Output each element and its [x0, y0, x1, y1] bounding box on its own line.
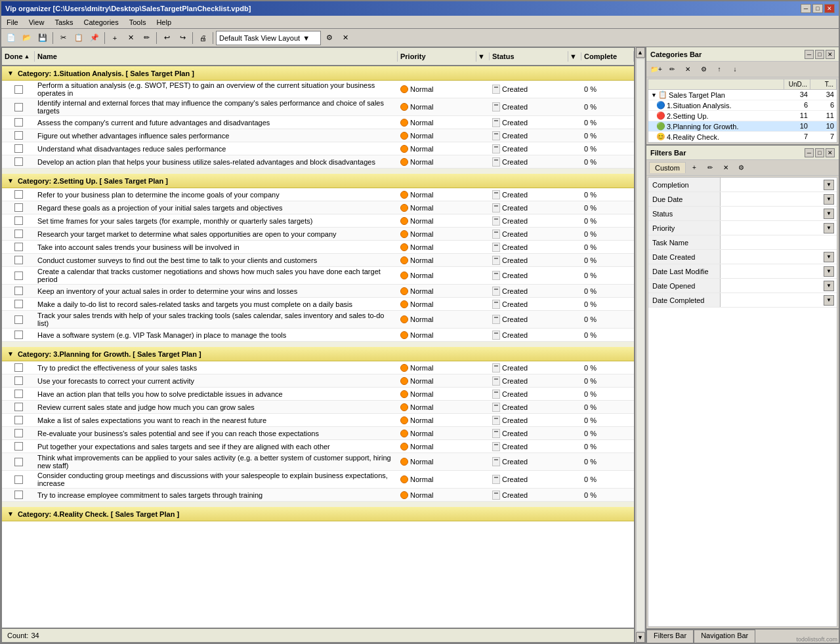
task-done[interactable]	[2, 190, 35, 199]
filter-priority-dropdown[interactable]: ▼	[824, 223, 834, 233]
task-done[interactable]	[2, 428, 35, 438]
task-checkbox[interactable]	[14, 230, 23, 238]
task-checkbox[interactable]	[14, 315, 23, 324]
menu-tools[interactable]: Tools	[127, 18, 149, 27]
task-checkbox[interactable]	[14, 85, 23, 94]
section-2-expand[interactable]: ▼	[7, 177, 14, 184]
task-checkbox[interactable]	[14, 157, 23, 166]
task-checkbox[interactable]	[14, 103, 23, 111]
task-done[interactable]	[2, 441, 35, 451]
task-checkbox[interactable]	[14, 363, 23, 372]
filter-completion-dropdown[interactable]: ▼	[824, 180, 834, 190]
filter-tab-custom[interactable]: Custom	[649, 162, 686, 173]
cat-delete[interactable]: ✕	[681, 62, 695, 77]
task-checkbox[interactable]	[14, 272, 23, 280]
close-button[interactable]: ✕	[824, 4, 835, 13]
toolbar-layout-dropdown[interactable]: Default Task View Layout ▼	[216, 31, 321, 45]
cat-up[interactable]: ↑	[712, 62, 726, 77]
task-checkbox[interactable]	[14, 475, 23, 484]
task-done[interactable]	[2, 363, 35, 372]
task-done[interactable]	[2, 490, 35, 500]
toolbar-add-task[interactable]: +	[108, 31, 122, 45]
task-checkbox[interactable]	[14, 216, 23, 225]
toolbar-open[interactable]: 📂	[20, 31, 34, 45]
task-checkbox[interactable]	[14, 256, 23, 264]
task-checkbox[interactable]	[14, 458, 23, 466]
filters-float[interactable]: □	[815, 148, 824, 157]
maximize-button[interactable]: □	[812, 4, 823, 13]
task-done[interactable]	[2, 157, 35, 167]
toolbar-paste[interactable]: 📌	[87, 31, 102, 45]
cat-down[interactable]: ↓	[728, 62, 742, 77]
filter-value-taskname[interactable]	[721, 241, 837, 244]
menu-categories[interactable]: Categories	[81, 18, 121, 27]
task-checkbox[interactable]	[14, 390, 23, 398]
toolbar-redo[interactable]: ↪	[175, 31, 190, 45]
task-checkbox[interactable]	[14, 144, 23, 153]
task-checkbox[interactable]	[14, 118, 23, 127]
toolbar-edit[interactable]: ✏	[139, 31, 154, 45]
toolbar-layout-close[interactable]: ✕	[338, 31, 352, 45]
task-done[interactable]	[2, 242, 35, 252]
filter-datecreated-dropdown[interactable]: ▼	[824, 252, 834, 262]
menu-help[interactable]: Help	[154, 18, 174, 27]
task-checkbox[interactable]	[14, 287, 23, 295]
minimize-button[interactable]: ─	[801, 4, 811, 13]
task-checkbox[interactable]	[14, 131, 23, 140]
section-3-expand[interactable]: ▼	[7, 350, 14, 357]
scroll-down-btn[interactable]: ▼	[636, 632, 645, 643]
cat-bar-close[interactable]: ✕	[826, 50, 835, 59]
section-4-expand[interactable]: ▼	[7, 510, 14, 517]
task-checkbox[interactable]	[14, 442, 23, 451]
task-checkbox[interactable]	[14, 376, 23, 385]
task-checkbox[interactable]	[14, 203, 23, 212]
task-done[interactable]	[2, 131, 35, 140]
tab-navigation-bar[interactable]: Navigation Bar	[694, 630, 755, 643]
cat-settings[interactable]: ⚙	[696, 62, 711, 77]
scroll-thumb[interactable]	[636, 58, 645, 632]
task-scroll[interactable]: ▼ Category: 1.Situation Analysis. [ Sale…	[2, 66, 634, 628]
cat-bar-float[interactable]: □	[815, 50, 824, 59]
menu-tasks[interactable]: Tasks	[52, 18, 75, 27]
section-1-expand[interactable]: ▼	[7, 70, 14, 77]
tree-row-4[interactable]: 😊 4.Reality Check. 7 7	[648, 132, 837, 142]
toolbar-cut[interactable]: ✂	[56, 31, 70, 45]
section-3-header[interactable]: ▼ Category: 3.Planning for Growth. [ Sal…	[2, 347, 634, 361]
toolbar-print[interactable]: 🖨	[196, 31, 210, 45]
task-done[interactable]	[2, 85, 35, 94]
toolbar-delete[interactable]: ✕	[123, 31, 138, 45]
tree-row-2[interactable]: 🔴 2.Setting Up. 11 11	[648, 111, 837, 121]
filter-delete[interactable]: ✕	[719, 161, 733, 175]
col-status-filter[interactable]: ▼	[568, 52, 581, 60]
priority-filter-btn[interactable]: ▼	[478, 52, 485, 60]
task-done[interactable]	[2, 216, 35, 226]
task-done[interactable]	[2, 376, 35, 386]
toolbar-new[interactable]: 📄	[4, 31, 18, 45]
task-checkbox[interactable]	[14, 331, 23, 339]
task-done[interactable]	[2, 102, 35, 112]
task-done[interactable]	[2, 299, 35, 309]
tree-row-root[interactable]: ▼ 📋 Sales Target Plan 34 34	[648, 90, 837, 100]
task-done[interactable]	[2, 229, 35, 239]
toolbar-save[interactable]: 💾	[35, 31, 50, 45]
filter-edit[interactable]: ✏	[703, 161, 717, 175]
tree-row-3[interactable]: 🟢 3.Planning for Growth. 10 10	[648, 121, 837, 132]
task-done[interactable]	[2, 389, 35, 399]
scroll-up-btn[interactable]: ▲	[636, 47, 645, 58]
task-checkbox[interactable]	[14, 403, 23, 411]
section-2-header[interactable]: ▼ Category: 2.Setting Up. [ Sales Target…	[2, 174, 634, 188]
task-checkbox[interactable]	[14, 429, 23, 437]
task-done[interactable]	[2, 475, 35, 485]
task-checkbox[interactable]	[14, 416, 23, 424]
task-done[interactable]	[2, 271, 35, 281]
task-done[interactable]	[2, 457, 35, 467]
filter-dateopened-dropdown[interactable]: ▼	[824, 281, 834, 291]
filter-settings[interactable]: ⚙	[734, 161, 749, 175]
filter-add[interactable]: +	[687, 161, 702, 175]
section-1-header[interactable]: ▼ Category: 1.Situation Analysis. [ Sale…	[2, 66, 634, 81]
filter-datecompleted-dropdown[interactable]: ▼	[824, 295, 834, 306]
col-priority-filter[interactable]: ▼	[476, 52, 490, 60]
filters-close[interactable]: ✕	[826, 148, 835, 157]
filter-status-dropdown[interactable]: ▼	[824, 209, 834, 219]
section-4-header[interactable]: ▼ Category: 4.Reality Check. [ Sales Tar…	[2, 507, 634, 521]
